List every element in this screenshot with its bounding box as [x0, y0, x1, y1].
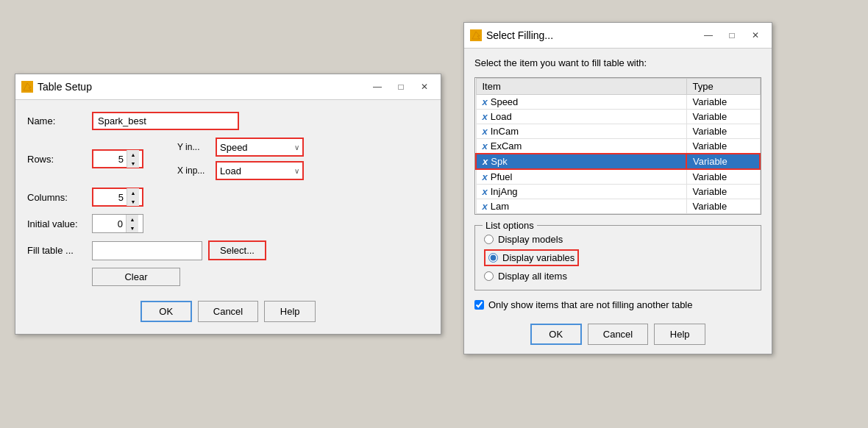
type-cell: Variable — [686, 169, 760, 185]
select-filling-body: Select the item you want to fill table w… — [464, 49, 772, 354]
radio-all-label: Display all items — [498, 271, 567, 282]
initial-down-button[interactable]: ▼ — [127, 224, 138, 232]
ok-button[interactable]: OK — [140, 301, 192, 322]
sf-action-buttons: OK Cancel Help — [474, 324, 761, 345]
matlab-icon — [21, 81, 33, 93]
y-dropdown-arrow: ∨ — [294, 143, 299, 151]
select-filling-window: Select Filling... — □ ✕ Select the item … — [463, 22, 772, 354]
x-row: X inp... Load ∨ — [177, 161, 304, 180]
rows-spinner: ▲ ▼ — [92, 149, 143, 168]
item-cell: xSpeed — [476, 95, 686, 110]
list-options-group: List options Display models Display vari… — [474, 225, 761, 290]
x-icon: x — [483, 111, 488, 122]
table-row[interactable]: xLoad Variable — [476, 110, 760, 124]
rows-label: Rows: — [27, 154, 86, 165]
cancel-button[interactable]: Cancel — [198, 301, 258, 322]
item-cell: xInjAng — [476, 185, 686, 199]
list-options-title: List options — [483, 220, 537, 231]
rows-y-row: Rows: ▲ ▼ Y in... Speed ∨ X inp. — [27, 138, 429, 180]
y-dropdown-value: Speed — [220, 142, 291, 153]
maximize-button[interactable]: □ — [391, 79, 411, 95]
col-type-header: Type — [686, 79, 760, 95]
table-body: xSpeed Variable xLoad Variable xInCam Va… — [476, 95, 760, 214]
item-table: Item Type xSpeed Variable xLoad Variable — [475, 78, 761, 214]
window-controls-2: — □ ✕ — [698, 27, 766, 43]
initial-up-button[interactable]: ▲ — [127, 215, 138, 224]
svg-marker-1 — [472, 32, 480, 39]
radio-variables-row: Display variables — [484, 249, 579, 266]
svg-marker-0 — [24, 83, 31, 90]
table-row[interactable]: xPfuel Variable — [476, 169, 760, 185]
select-filling-titlebar: Select Filling... — □ ✕ — [464, 23, 772, 49]
item-table-scroll[interactable]: Item Type xSpeed Variable xLoad Variable — [475, 78, 761, 214]
table-setup-window: Table Setup — □ ✕ Name: Rows: ▲ ▼ — [15, 74, 441, 335]
initial-spinner: ▲ ▼ — [92, 214, 143, 233]
x-label: X inp... — [177, 165, 213, 176]
minimize-button[interactable]: — — [367, 79, 388, 95]
sf-cancel-button[interactable]: Cancel — [588, 324, 648, 345]
x-icon: x — [483, 140, 488, 151]
rows-arrows: ▲ ▼ — [127, 150, 139, 168]
rows-down-button[interactable]: ▼ — [127, 159, 139, 168]
name-row: Name: — [27, 112, 429, 130]
x-icon: x — [483, 171, 488, 182]
checkbox-row: Only show items that are not filling ano… — [474, 299, 761, 310]
sf-help-button[interactable]: Help — [654, 324, 705, 345]
table-row[interactable]: xSpeed Variable — [476, 95, 760, 110]
only-show-checkbox[interactable] — [474, 300, 484, 310]
columns-spinner: ▲ ▼ — [92, 188, 143, 207]
item-cell: xExCam — [476, 139, 686, 154]
y-label: Y in... — [177, 142, 213, 152]
select-button[interactable]: Select... — [208, 240, 266, 260]
radio-variables-label: Display variables — [502, 252, 574, 263]
table-row[interactable]: xExCam Variable — [476, 139, 760, 154]
x-icon: x — [483, 186, 488, 197]
type-cell: Variable — [686, 185, 760, 199]
rows-input[interactable] — [93, 152, 127, 166]
table-header: Item Type — [476, 79, 760, 95]
x-icon: x — [483, 96, 488, 107]
x-dropdown-value: Load — [220, 165, 291, 176]
item-cell: xLoad — [476, 110, 686, 124]
table-row-selected[interactable]: xSpk Variable — [476, 154, 760, 169]
x-dropdown[interactable]: Load ∨ — [216, 161, 304, 180]
sf-ok-button[interactable]: OK — [530, 324, 582, 345]
table-row[interactable]: xInCam Variable — [476, 124, 760, 139]
help-button[interactable]: Help — [264, 301, 316, 322]
type-cell: Variable — [686, 139, 760, 154]
fill-input[interactable] — [92, 241, 202, 260]
name-label: Name: — [27, 115, 86, 126]
maximize-button-2[interactable]: □ — [722, 27, 742, 43]
close-button[interactable]: ✕ — [414, 79, 435, 95]
x-icon: x — [483, 156, 488, 167]
name-input[interactable] — [92, 112, 239, 130]
clear-button[interactable]: Clear — [92, 268, 180, 286]
columns-up-button[interactable]: ▲ — [127, 188, 139, 197]
table-row[interactable]: xLam Variable — [476, 199, 760, 214]
y-dropdown[interactable]: Speed ∨ — [216, 138, 304, 157]
columns-down-button[interactable]: ▼ — [127, 197, 139, 206]
radio-models[interactable] — [484, 235, 494, 244]
radio-models-label: Display models — [498, 234, 563, 245]
table-setup-title: Table Setup — [38, 81, 363, 93]
x-dropdown-arrow: ∨ — [294, 167, 299, 175]
radio-variables[interactable] — [488, 253, 498, 263]
initial-input[interactable] — [93, 217, 126, 231]
type-cell: Variable — [686, 95, 760, 110]
initial-row: Initial value: ▲ ▼ — [27, 214, 429, 233]
type-cell: Variable — [686, 154, 760, 169]
table-row[interactable]: xInjAng Variable — [476, 185, 760, 199]
close-button-2[interactable]: ✕ — [745, 27, 766, 43]
yx-section: Y in... Speed ∨ X inp... Load ∨ — [177, 138, 304, 180]
radio-all[interactable] — [484, 271, 494, 281]
columns-input[interactable] — [93, 190, 127, 204]
only-show-label: Only show items that are not filling ano… — [488, 299, 692, 310]
matlab-icon-2 — [470, 29, 482, 41]
rows-up-button[interactable]: ▲ — [127, 150, 139, 159]
columns-label: Columns: — [27, 192, 86, 203]
select-filling-title: Select Filling... — [486, 29, 694, 41]
initial-label: Initial value: — [27, 218, 86, 229]
type-cell: Variable — [686, 199, 760, 214]
minimize-button-2[interactable]: — — [698, 27, 719, 43]
item-cell: xSpk — [476, 154, 686, 169]
